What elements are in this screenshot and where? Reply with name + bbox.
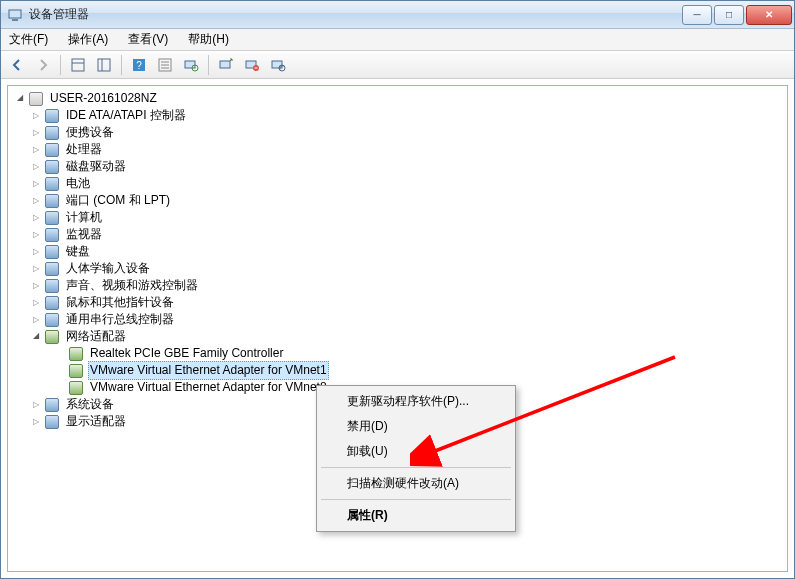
expander-icon[interactable] (28, 278, 44, 294)
menu-view[interactable]: 查看(V) (124, 29, 172, 50)
tree-node-label: 声音、视频和游戏控制器 (64, 277, 200, 294)
tree-category[interactable]: 声音、视频和游戏控制器 (8, 277, 787, 294)
tree-node-label: 系统设备 (64, 396, 116, 413)
scan-hardware-icon[interactable] (179, 54, 203, 76)
expander-icon[interactable] (28, 397, 44, 413)
expander-icon (52, 346, 68, 362)
expander-icon[interactable] (28, 295, 44, 311)
expander-icon[interactable] (28, 108, 44, 124)
svg-rect-4 (98, 59, 110, 71)
tree-category[interactable]: 电池 (8, 175, 787, 192)
forward-button[interactable] (31, 54, 55, 76)
expander-icon[interactable] (28, 312, 44, 328)
titlebar: 设备管理器 ─ □ ✕ (1, 1, 794, 29)
view-devices-by-connection-icon[interactable] (92, 54, 116, 76)
tree-category[interactable]: 人体学输入设备 (8, 260, 787, 277)
svg-rect-1 (12, 19, 18, 21)
context-separator (321, 499, 511, 500)
expander-icon[interactable] (28, 261, 44, 277)
window-controls: ─ □ ✕ (682, 5, 792, 25)
svg-rect-2 (72, 59, 84, 71)
tree-category-network[interactable]: 网络适配器 (8, 328, 787, 345)
tree-category[interactable]: 磁盘驱动器 (8, 158, 787, 175)
expander-icon[interactable] (28, 176, 44, 192)
toolbar-separator (60, 55, 61, 75)
tree-node-label: 监视器 (64, 226, 104, 243)
tree-category[interactable]: 通用串行总线控制器 (8, 311, 787, 328)
expander-icon[interactable] (28, 142, 44, 158)
tree-node-label: 处理器 (64, 141, 104, 158)
svg-rect-0 (9, 10, 21, 18)
minimize-button[interactable]: ─ (682, 5, 712, 25)
tree-node-label: VMware Virtual Ethernet Adapter for VMne… (88, 361, 329, 380)
tree-category[interactable]: 鼠标和其他指针设备 (8, 294, 787, 311)
tree-node-label: 便携设备 (64, 124, 116, 141)
dev-icon-icon (44, 312, 60, 328)
tree-device-network[interactable]: Realtek PCIe GBE Family Controller (8, 345, 787, 362)
dev-icon-icon (44, 227, 60, 243)
tree-node-label: 通用串行总线控制器 (64, 311, 176, 328)
expander-icon[interactable] (12, 91, 28, 107)
context-scan-hardware[interactable]: 扫描检测硬件改动(A) (319, 471, 513, 496)
net-icon-icon (68, 363, 84, 379)
expander-icon[interactable] (28, 125, 44, 141)
expander-icon[interactable] (28, 210, 44, 226)
context-menu: 更新驱动程序软件(P)... 禁用(D) 卸载(U) 扫描检测硬件改动(A) 属… (316, 385, 516, 532)
tree-category[interactable]: IDE ATA/ATAPI 控制器 (8, 107, 787, 124)
context-disable[interactable]: 禁用(D) (319, 414, 513, 439)
properties-icon[interactable] (153, 54, 177, 76)
svg-text:?: ? (136, 60, 142, 71)
tree-node-label: 电池 (64, 175, 92, 192)
tree-node-label: VMware Virtual Ethernet Adapter for VMne… (88, 379, 329, 396)
view-devices-by-type-icon[interactable] (66, 54, 90, 76)
dev-icon-icon (44, 125, 60, 141)
tree-category[interactable]: 键盘 (8, 243, 787, 260)
tree-node-label: 鼠标和其他指针设备 (64, 294, 176, 311)
dev-icon-icon (44, 210, 60, 226)
menubar: 文件(F) 操作(A) 查看(V) 帮助(H) (1, 29, 794, 51)
tree-category[interactable]: 监视器 (8, 226, 787, 243)
expander-icon (52, 380, 68, 396)
close-button[interactable]: ✕ (746, 5, 792, 25)
svg-rect-12 (185, 61, 195, 68)
help-icon[interactable]: ? (127, 54, 151, 76)
tree-category[interactable]: 计算机 (8, 209, 787, 226)
disable-icon[interactable] (266, 54, 290, 76)
computer-icon-icon (28, 91, 44, 107)
back-button[interactable] (5, 54, 29, 76)
tree-device-network[interactable]: VMware Virtual Ethernet Adapter for VMne… (8, 362, 787, 379)
tree-root-node[interactable]: USER-20161028NZ (8, 90, 787, 107)
tree-node-label: IDE ATA/ATAPI 控制器 (64, 107, 188, 124)
net-icon-icon (68, 346, 84, 362)
context-uninstall[interactable]: 卸载(U) (319, 439, 513, 464)
expander-icon[interactable] (28, 244, 44, 260)
expander-icon[interactable] (28, 159, 44, 175)
dev-icon-icon (44, 414, 60, 430)
expander-icon[interactable] (28, 193, 44, 209)
maximize-button[interactable]: □ (714, 5, 744, 25)
app-icon (7, 7, 23, 23)
uninstall-icon[interactable] (240, 54, 264, 76)
tree-category[interactable]: 处理器 (8, 141, 787, 158)
tree-category[interactable]: 便携设备 (8, 124, 787, 141)
dev-icon-icon (44, 108, 60, 124)
context-update-driver[interactable]: 更新驱动程序软件(P)... (319, 389, 513, 414)
update-driver-icon[interactable] (214, 54, 238, 76)
expander-icon (52, 363, 68, 379)
svg-rect-14 (220, 61, 230, 68)
tree-node-label: 端口 (COM 和 LPT) (64, 192, 172, 209)
toolbar-separator (208, 55, 209, 75)
dev-icon-icon (44, 193, 60, 209)
menu-action[interactable]: 操作(A) (64, 29, 112, 50)
context-properties[interactable]: 属性(R) (319, 503, 513, 528)
tree-category[interactable]: 端口 (COM 和 LPT) (8, 192, 787, 209)
tree-node-label: USER-20161028NZ (48, 90, 159, 107)
expander-icon[interactable] (28, 329, 44, 345)
net-icon-icon (68, 380, 84, 396)
dev-icon-icon (44, 397, 60, 413)
expander-icon[interactable] (28, 414, 44, 430)
expander-icon[interactable] (28, 227, 44, 243)
menu-help[interactable]: 帮助(H) (184, 29, 233, 50)
window-title: 设备管理器 (29, 6, 682, 23)
menu-file[interactable]: 文件(F) (5, 29, 52, 50)
